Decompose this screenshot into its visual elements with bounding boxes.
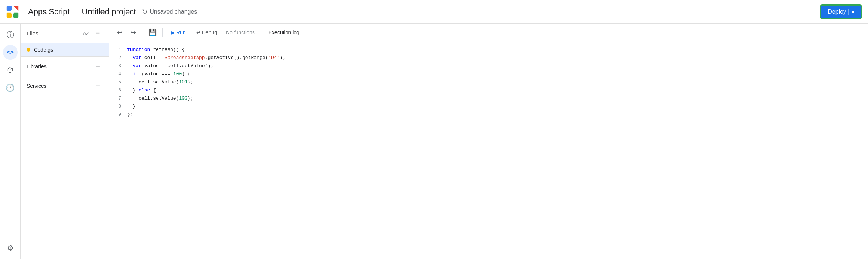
run-icon: ▶: [171, 30, 175, 35]
deploy-dropdown-arrow[interactable]: ▾: [848, 9, 854, 15]
code-line-3: 3 var value = cell.getValue();: [109, 62, 868, 70]
history-icon: ⏱: [7, 66, 14, 75]
clock-icon: 🕐: [6, 83, 15, 92]
icon-sidebar: ⓘ <> ⏱ 🕐 ⚙: [0, 24, 21, 259]
line-number-9: 9: [109, 111, 127, 119]
line-content-2: var cell = SpreadsheetApp.getActive().ge…: [127, 54, 868, 62]
sort-button[interactable]: AZ: [81, 28, 91, 38]
svg-rect-3: [13, 12, 18, 17]
services-section-header: Services +: [21, 76, 109, 96]
line-number-1: 1: [109, 46, 127, 54]
project-settings-button[interactable]: ⚙: [3, 241, 18, 255]
logo: [6, 5, 19, 18]
add-service-button[interactable]: +: [93, 81, 103, 91]
line-number-8: 8: [109, 103, 127, 111]
line-number-2: 2: [109, 54, 127, 62]
deploy-button[interactable]: Deploy ▾: [820, 4, 862, 19]
project-name[interactable]: Untitled project: [82, 7, 136, 17]
undo-button[interactable]: ↩: [114, 27, 126, 38]
debug-label: Debug: [202, 30, 217, 35]
toolbar-separator-3: [262, 28, 262, 37]
svg-marker-1: [13, 6, 18, 11]
undo-icon: ↩: [117, 28, 123, 37]
triggers-button[interactable]: ⏱: [3, 63, 18, 77]
line-number-4: 4: [109, 70, 127, 78]
debug-button[interactable]: ↩ Debug: [192, 28, 222, 37]
apps-script-logo: [6, 5, 19, 18]
code-line-1: 1 function refresh() {: [109, 46, 868, 54]
code-editor[interactable]: 1 function refresh() { 2 var cell = Spre…: [109, 41, 868, 259]
add-service-icon: +: [96, 82, 100, 90]
info-button[interactable]: ⓘ: [3, 27, 18, 42]
main-layout: ⓘ <> ⏱ 🕐 ⚙ Files AZ +: [0, 24, 868, 259]
run-button[interactable]: ▶ Run: [166, 28, 190, 37]
save-icon: 💾: [148, 28, 157, 37]
header-divider: [76, 6, 76, 18]
code-line-8: 8 }: [109, 103, 868, 111]
debug-icon: ↩: [196, 30, 201, 35]
line-number-3: 3: [109, 62, 127, 70]
code-line-6: 6 } else {: [109, 86, 868, 94]
unsaved-icon: ↻: [142, 8, 147, 16]
code-line-5: 5 cell.setValue(101);: [109, 78, 868, 86]
unsaved-indicator: ↻ Unsaved changes: [142, 8, 197, 16]
no-functions-selector[interactable]: No functions: [223, 30, 258, 35]
files-header: Files AZ +: [21, 24, 109, 43]
svg-rect-2: [7, 12, 12, 17]
unsaved-label: Unsaved changes: [150, 8, 197, 15]
add-library-icon: +: [96, 62, 100, 71]
line-content-6: } else {: [127, 86, 868, 94]
run-label: Run: [176, 30, 186, 35]
save-button[interactable]: 💾: [147, 27, 158, 38]
info-icon: ⓘ: [7, 30, 14, 40]
deploy-label: Deploy: [828, 8, 846, 15]
execution-log-button[interactable]: Execution log: [266, 28, 303, 37]
toolbar-separator-2: [162, 28, 163, 37]
editor-area: ↩ ↪ 💾 ▶ Run ↩ Debug No functions Executi…: [109, 24, 868, 259]
line-content-9: };: [127, 111, 868, 119]
settings-icon: ⚙: [7, 244, 14, 252]
code-line-7: 7 cell.setValue(100);: [109, 94, 868, 103]
services-label: Services: [27, 83, 93, 89]
files-actions: AZ +: [81, 28, 103, 38]
app-name: Apps Script: [28, 7, 70, 17]
file-item-code[interactable]: Code.gs: [21, 43, 109, 56]
code-line-4: 4 if (value === 100) {: [109, 70, 868, 78]
add-file-icon: +: [96, 30, 100, 37]
line-number-5: 5: [109, 78, 127, 86]
files-title: Files: [27, 30, 81, 37]
file-status-dot: [27, 48, 30, 52]
add-file-button[interactable]: +: [93, 28, 103, 38]
redo-button[interactable]: ↪: [127, 27, 139, 38]
line-content-1: function refresh() {: [127, 46, 868, 54]
line-number-6: 6: [109, 86, 127, 94]
editor-toolbar: ↩ ↪ 💾 ▶ Run ↩ Debug No functions Executi…: [109, 24, 868, 41]
code-line-9: 9 };: [109, 111, 868, 119]
sort-icon: AZ: [83, 31, 89, 36]
libraries-label: Libraries: [27, 63, 93, 69]
line-content-5: cell.setValue(101);: [127, 78, 868, 86]
files-panel: Files AZ + Code.gs Libraries + Services: [21, 24, 109, 259]
libraries-section-header: Libraries +: [21, 56, 109, 76]
editor-button[interactable]: <>: [3, 45, 18, 60]
svg-rect-5: [11, 11, 13, 13]
file-name: Code.gs: [34, 47, 53, 53]
line-number-7: 7: [109, 94, 127, 103]
redo-icon: ↪: [130, 28, 136, 37]
line-content-8: }: [127, 103, 868, 111]
code-icon: <>: [7, 49, 14, 56]
app-header: Apps Script Untitled project ↻ Unsaved c…: [0, 0, 868, 24]
line-content-4: if (value === 100) {: [127, 70, 868, 78]
toolbar-separator-1: [143, 28, 143, 37]
add-library-button[interactable]: +: [93, 61, 103, 72]
svg-rect-0: [7, 6, 12, 11]
executions-button[interactable]: 🕐: [3, 80, 18, 95]
code-line-2: 2 var cell = SpreadsheetApp.getActive().…: [109, 54, 868, 62]
line-content-3: var value = cell.getValue();: [127, 62, 868, 70]
line-content-7: cell.setValue(100);: [127, 94, 868, 103]
